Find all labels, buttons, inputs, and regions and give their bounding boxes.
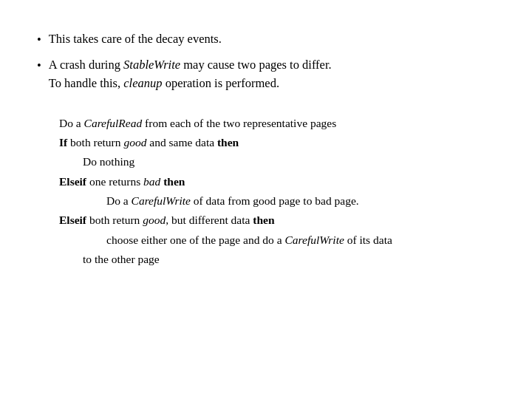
bullet-list: • This takes care of the decay events. •…	[37, 30, 495, 93]
bullet-item-1: • This takes care of the decay events.	[37, 30, 495, 50]
good-italic-1: good	[123, 136, 146, 149]
crash-text: crash	[60, 58, 86, 72]
keyword-if: If	[59, 136, 67, 149]
keyword-then-1: then	[217, 136, 239, 149]
good-italic-2: good	[143, 214, 166, 226]
stable-write-italic: StableWrite	[123, 58, 180, 72]
bullet-text-1: This takes care of the decay events.	[49, 30, 495, 49]
bullet-text-2: A crash during StableWrite may cause two…	[49, 55, 495, 93]
keyword-elseif-2: Elseif	[59, 214, 86, 226]
slide-content: • This takes care of the decay events. •…	[0, 0, 532, 299]
code-line-5: Do a CarefulWrite of data from good page…	[59, 191, 495, 211]
code-line-8: to the other page	[59, 250, 495, 269]
code-line-3: Do nothing	[59, 152, 495, 171]
cleanup-italic: cleanup	[123, 76, 162, 90]
code-line-7: choose either one of the page and do a C…	[59, 231, 495, 250]
code-line-4: Elseif one returns bad then	[59, 172, 495, 191]
code-line-1: Do a CarefulRead from each of the two re…	[59, 114, 495, 133]
careful-write-italic-2: CarefulWrite	[284, 233, 344, 246]
code-line-2: If both return good and same data then	[59, 133, 495, 152]
bullet-dot-1: •	[37, 30, 41, 50]
bullet-dot-2: •	[37, 56, 41, 75]
code-line-6: Elseif both return good, but different d…	[59, 211, 495, 230]
bullet-item-2: • A crash during StableWrite may cause t…	[37, 55, 495, 93]
careful-write-italic-1: CarefulWrite	[132, 194, 191, 207]
careful-read-italic-1: CarefulRead	[84, 117, 143, 129]
keyword-then-2: then	[163, 175, 185, 188]
algorithm-block: Do a CarefulRead from each of the two re…	[59, 114, 495, 270]
keyword-then-3: then	[253, 214, 274, 226]
bad-italic: bad	[143, 175, 160, 188]
keyword-elseif-1: Elseif	[59, 175, 86, 188]
